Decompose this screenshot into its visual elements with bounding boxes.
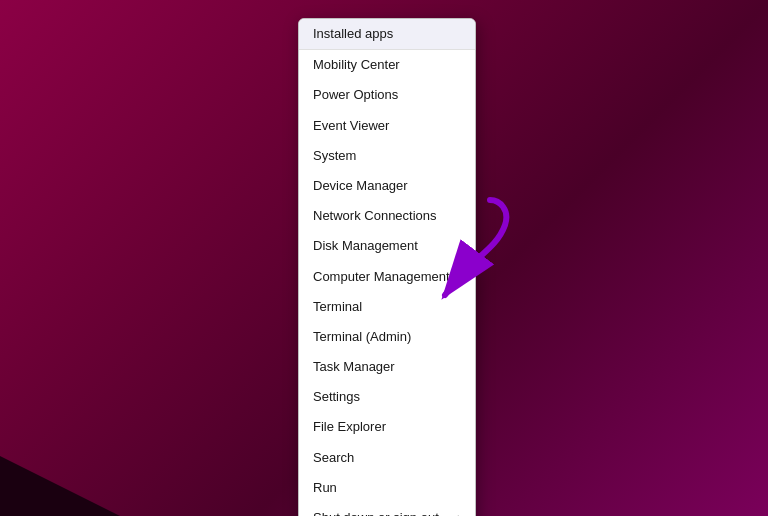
menu-item-shut-down[interactable]: Shut down or sign out›	[299, 503, 475, 516]
menu-item-power-options[interactable]: Power Options	[299, 80, 475, 110]
menu-item-label: Run	[313, 479, 337, 497]
menu-item-label: System	[313, 147, 356, 165]
menu-item-system[interactable]: System	[299, 141, 475, 171]
menu-item-label: Device Manager	[313, 177, 408, 195]
menu-item-disk-management[interactable]: Disk Management	[299, 231, 475, 261]
menu-item-device-manager[interactable]: Device Manager	[299, 171, 475, 201]
menu-item-label: Terminal (Admin)	[313, 328, 411, 346]
menu-item-terminal[interactable]: Terminal	[299, 292, 475, 322]
menu-item-label: Task Manager	[313, 358, 395, 376]
menu-item-task-manager[interactable]: Task Manager	[299, 352, 475, 382]
menu-item-label: Installed apps	[313, 25, 393, 43]
menu-item-label: File Explorer	[313, 418, 386, 436]
menu-item-label: Event Viewer	[313, 117, 389, 135]
menu-item-file-explorer[interactable]: File Explorer	[299, 412, 475, 442]
menu-item-network-connections[interactable]: Network Connections	[299, 201, 475, 231]
menu-item-settings[interactable]: Settings	[299, 382, 475, 412]
menu-item-computer-management[interactable]: Computer Management	[299, 262, 475, 292]
menu-item-label: Power Options	[313, 86, 398, 104]
menu-item-label: Shut down or sign out	[313, 509, 439, 516]
menu-item-label: Computer Management	[313, 268, 450, 286]
menu-item-label: Search	[313, 449, 354, 467]
menu-item-search[interactable]: Search	[299, 443, 475, 473]
menu-item-label: Settings	[313, 388, 360, 406]
context-menu: Installed appsMobility CenterPower Optio…	[298, 18, 476, 516]
menu-item-event-viewer[interactable]: Event Viewer	[299, 111, 475, 141]
menu-item-terminal-admin[interactable]: Terminal (Admin)	[299, 322, 475, 352]
menu-item-label: Disk Management	[313, 237, 418, 255]
menu-item-label: Network Connections	[313, 207, 437, 225]
menu-item-label: Mobility Center	[313, 56, 400, 74]
menu-item-run[interactable]: Run	[299, 473, 475, 503]
menu-item-installed-apps[interactable]: Installed apps	[299, 19, 475, 50]
menu-item-mobility-center[interactable]: Mobility Center	[299, 50, 475, 80]
submenu-chevron-icon: ›	[457, 510, 461, 516]
menu-item-label: Terminal	[313, 298, 362, 316]
corner-decoration	[0, 416, 120, 516]
